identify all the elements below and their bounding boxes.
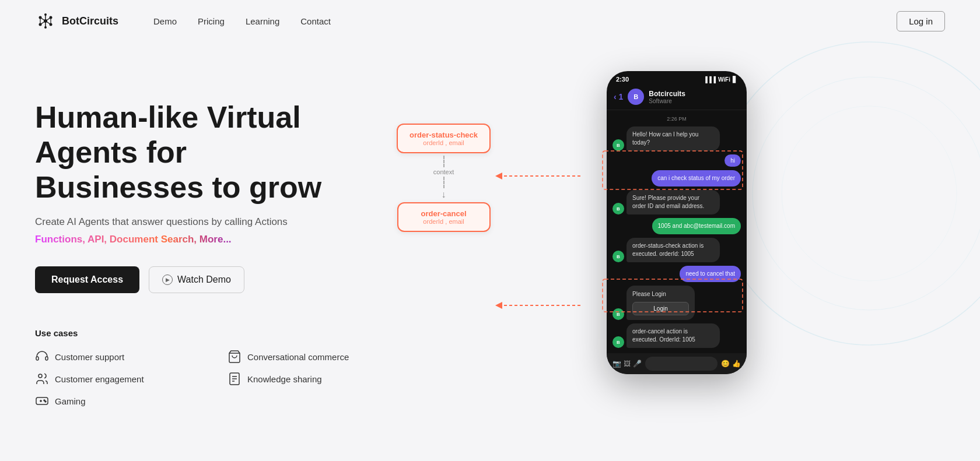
svg-line-7 [40,17,46,21]
chat-body: 2:26 PM B Hello! How can I help you toda… [607,110,747,349]
msg-order-details: 1005 and abc@testemail.com [612,218,741,234]
camera-icon[interactable]: 📷 [612,360,621,368]
bot-avatar: B [628,89,644,105]
phone-input-bar: 📷 🖼 🎤 😊 👍 [607,353,747,374]
headphones-icon [35,350,49,364]
bot-msg-avatar3: B [612,251,624,262]
image-icon[interactable]: 🖼 [624,360,631,368]
bot-bubble-hello: Hello! How can I help you today? [626,126,720,151]
nav-pricing[interactable]: Pricing [198,16,225,26]
svg-line-9 [40,21,46,24]
bot-bubble-status: order-status-check action is executed. o… [626,238,720,262]
chat-header: ‹ 1 B Botcircuits Software [607,85,747,110]
dashed-line-top [443,156,444,167]
users-icon [35,372,49,386]
use-case-conversational-commerce: Conversational commerce [228,350,397,364]
svg-point-21 [38,374,42,378]
user-bubble-hi: hi [724,154,741,167]
login-btn-chat[interactable]: Login [632,302,689,315]
nav-learning[interactable]: Learning [246,16,279,26]
user-bubble-check-order: can i check status of my order [652,170,741,186]
svg-point-15 [718,42,980,345]
svg-point-16 [752,77,980,310]
use-case-customer-engagement: Customer engagement [35,372,204,386]
nav-contact[interactable]: Contact [300,16,331,26]
hero-subtitle: Create AI Agents that answer questions b… [35,216,397,228]
svg-point-30 [45,401,46,402]
logo-text: BotCircuits [62,15,118,27]
user-bubble-cancel: need to cancel that [680,266,741,282]
gaming-icon [35,394,49,408]
nav-demo[interactable]: Demo [153,16,177,26]
emoji-icon[interactable]: 😊 [721,360,730,368]
bot-msg-avatar4: B [612,308,624,320]
arrow-down-icon: ↓ [442,189,446,200]
back-button[interactable]: ‹ 1 [614,92,623,101]
bot-name: Botcircuits [649,90,740,98]
msg-check-order: can i check status of my order [612,170,741,186]
msg-hi: hi [612,154,741,167]
use-case-gaming: Gaming [35,394,204,408]
arrow-cancel [487,288,621,323]
user-bubble-order-details: 1005 and abc@testemail.com [652,218,741,234]
hero-functions: Functions, API, Document Search, More... [35,234,397,245]
bot-subtitle: Software [649,98,740,104]
dashed-line-bottom [443,177,444,188]
logo-icon [35,10,56,31]
msg-cancel: need to cancel that [612,266,741,282]
msg-status-executed: B order-status-check action is executed.… [612,238,741,262]
svg-line-8 [46,17,51,21]
mic-icon[interactable]: 🎤 [633,360,642,368]
flow-diagram: order-status-check orderId , email conte… [397,124,491,232]
request-access-button[interactable]: Request Access [35,266,139,293]
msg-provide-order: B Sure! Please provide your order ID and… [612,190,741,214]
bot-msg-avatar: B [612,139,624,151]
msg-cancel-executed: B order-cancel action is executed. Order… [612,323,741,348]
svg-line-10 [46,21,51,24]
svg-rect-18 [36,357,38,360]
msg-hello: B Hello! How can I help you today? [612,126,741,151]
watch-demo-button[interactable]: ▶ Watch Demo [149,266,244,293]
svg-point-17 [782,106,957,281]
phone-mockup: 2:30 ▐▐▐ WiFi ▋ ‹ 1 B Botcircuits Softwa… [607,71,747,374]
bot-bubble-cancel-executed: order-cancel action is executed. OrderId… [626,323,720,348]
document-icon [228,372,242,386]
login-button[interactable]: Log in [897,11,945,31]
svg-rect-19 [46,357,48,360]
status-bar: 2:30 ▐▐▐ WiFi ▋ [607,71,747,85]
chat-timestamp: 2:26 PM [612,116,741,122]
order-status-check-box: order-status-check orderId , email [397,124,491,153]
bot-bubble-provide: Sure! Please provide your order ID and e… [626,190,720,214]
thumbs-up-icon[interactable]: 👍 [732,360,741,368]
hero-title: Human-like Virtual Agents for Businesses… [35,100,397,205]
order-cancel-box: order-cancel orderId , email [397,202,491,232]
play-icon: ▶ [162,275,173,285]
use-case-customer-support: Customer support [35,350,204,364]
bot-msg-avatar2: B [612,203,624,214]
bot-msg-avatar5: B [612,336,624,348]
svg-point-29 [44,400,45,401]
logo: BotCircuits [35,10,118,31]
msg-login: B Please Login Login [612,286,741,320]
chat-input[interactable] [645,357,718,371]
use-cases-heading: Use cases [35,328,397,338]
use-case-knowledge-sharing: Knowledge sharing [228,372,397,386]
arrow-status-check [487,159,621,193]
cart-icon [228,350,242,364]
bot-bubble-login: Please Login Login [626,286,695,320]
